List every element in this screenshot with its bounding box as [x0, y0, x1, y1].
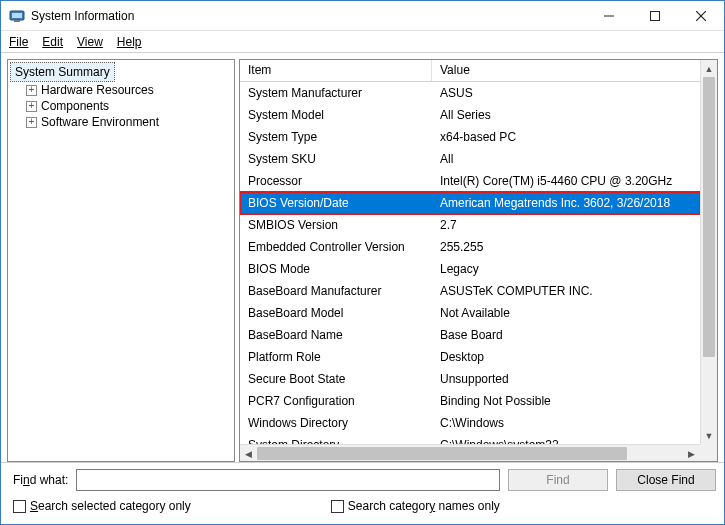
cell-item: System Model [240, 108, 432, 122]
table-row[interactable]: BaseBoard ManufacturerASUSTeK COMPUTER I… [240, 280, 700, 302]
table-row[interactable]: System ModelAll Series [240, 104, 700, 126]
scroll-up-icon[interactable]: ▲ [701, 60, 717, 77]
table-row[interactable]: System SKUAll [240, 148, 700, 170]
expand-icon[interactable]: + [26, 117, 37, 128]
table-row[interactable]: BaseBoard NameBase Board [240, 324, 700, 346]
minimize-button[interactable] [586, 1, 632, 31]
expand-icon[interactable]: + [26, 85, 37, 96]
table-row[interactable]: PCR7 ConfigurationBinding Not Possible [240, 390, 700, 412]
cell-value: Binding Not Possible [432, 394, 700, 408]
checkbox-icon [13, 500, 26, 513]
cell-value: x64-based PC [432, 130, 700, 144]
menu-file[interactable]: File [9, 35, 28, 49]
cell-value: 255.255 [432, 240, 700, 254]
cell-value: All Series [432, 108, 700, 122]
cell-item: System Manufacturer [240, 86, 432, 100]
expand-icon[interactable]: + [26, 101, 37, 112]
horizontal-scrollbar[interactable]: ◀ ▶ [240, 444, 700, 461]
cell-item: PCR7 Configuration [240, 394, 432, 408]
cell-item: BIOS Mode [240, 262, 432, 276]
horizontal-scroll-thumb[interactable] [257, 447, 627, 460]
close-find-button[interactable]: Close Find [616, 469, 716, 491]
table-row[interactable]: System DirectoryC:\Windows\system32 [240, 434, 700, 444]
find-input[interactable] [76, 469, 500, 491]
column-header-value[interactable]: Value [432, 60, 717, 81]
vertical-scrollbar[interactable]: ▲ ▼ [700, 60, 717, 444]
scroll-right-icon[interactable]: ▶ [683, 445, 700, 462]
cell-item: Embedded Controller Version [240, 240, 432, 254]
list-header-row: Item Value [240, 60, 717, 82]
table-row[interactable]: System ManufacturerASUS [240, 82, 700, 104]
close-button[interactable] [678, 1, 724, 31]
cell-item: Processor [240, 174, 432, 188]
table-row[interactable]: Embedded Controller Version255.255 [240, 236, 700, 258]
checkbox-icon [331, 500, 344, 513]
cell-value: Intel(R) Core(TM) i5-4460 CPU @ 3.20GHz [432, 174, 700, 188]
find-label: Find what: [13, 473, 68, 487]
search-selected-category-checkbox[interactable]: Search selected category only [13, 499, 191, 513]
table-row[interactable]: BaseBoard ModelNot Available [240, 302, 700, 324]
svg-rect-4 [651, 11, 660, 20]
details-list: Item Value System ManufacturerASUSSystem… [239, 59, 718, 462]
tree-item[interactable]: +Hardware Resources [8, 82, 234, 98]
title-bar: System Information [1, 1, 724, 31]
cell-value: Unsupported [432, 372, 700, 386]
scrollbar-corner [700, 444, 717, 461]
table-row[interactable]: System Typex64-based PC [240, 126, 700, 148]
svg-rect-2 [14, 20, 20, 22]
tree-item-label: Hardware Resources [41, 83, 154, 97]
tree-root-system-summary[interactable]: System Summary [10, 62, 115, 82]
table-row[interactable]: BIOS Version/DateAmerican Megatrends Inc… [240, 192, 700, 214]
svg-rect-1 [12, 13, 22, 18]
cell-item: System SKU [240, 152, 432, 166]
window-title: System Information [31, 9, 134, 23]
cell-value: ASUS [432, 86, 700, 100]
app-icon [9, 8, 25, 24]
vertical-scroll-thumb[interactable] [703, 77, 715, 357]
menu-view[interactable]: View [77, 35, 103, 49]
scroll-down-icon[interactable]: ▼ [701, 427, 717, 444]
cell-item: Secure Boot State [240, 372, 432, 386]
cell-value: 2.7 [432, 218, 700, 232]
scroll-left-icon[interactable]: ◀ [240, 445, 257, 462]
menu-help[interactable]: Help [117, 35, 142, 49]
cell-item: Platform Role [240, 350, 432, 364]
table-row[interactable]: Windows DirectoryC:\Windows [240, 412, 700, 434]
tree-item[interactable]: +Software Environment [8, 114, 234, 130]
table-row[interactable]: BIOS ModeLegacy [240, 258, 700, 280]
cell-value: Not Available [432, 306, 700, 320]
cell-value: Desktop [432, 350, 700, 364]
cell-value: Legacy [432, 262, 700, 276]
table-row[interactable]: Secure Boot StateUnsupported [240, 368, 700, 390]
cell-value: All [432, 152, 700, 166]
find-panel: Find what: Find Close Find Search select… [1, 462, 724, 524]
cell-item: BaseBoard Manufacturer [240, 284, 432, 298]
cell-item: Windows Directory [240, 416, 432, 430]
cell-item: BaseBoard Model [240, 306, 432, 320]
category-tree[interactable]: System Summary +Hardware Resources+Compo… [7, 59, 235, 462]
column-header-item[interactable]: Item [240, 60, 432, 81]
tree-item-label: Software Environment [41, 115, 159, 129]
find-button[interactable]: Find [508, 469, 608, 491]
cell-item: SMBIOS Version [240, 218, 432, 232]
cell-item: System Type [240, 130, 432, 144]
cell-value: American Megatrends Inc. 3602, 3/26/2018 [432, 196, 700, 210]
maximize-button[interactable] [632, 1, 678, 31]
table-row[interactable]: SMBIOS Version2.7 [240, 214, 700, 236]
cell-item: BIOS Version/Date [240, 196, 432, 210]
cell-value: ASUSTeK COMPUTER INC. [432, 284, 700, 298]
tree-item[interactable]: +Components [8, 98, 234, 114]
cell-value: C:\Windows [432, 416, 700, 430]
cell-item: BaseBoard Name [240, 328, 432, 342]
menu-bar: File Edit View Help [1, 31, 724, 53]
table-row[interactable]: Platform RoleDesktop [240, 346, 700, 368]
cell-value: Base Board [432, 328, 700, 342]
table-row[interactable]: ProcessorIntel(R) Core(TM) i5-4460 CPU @… [240, 170, 700, 192]
search-category-names-checkbox[interactable]: Search category names only [331, 499, 500, 513]
menu-edit[interactable]: Edit [42, 35, 63, 49]
tree-item-label: Components [41, 99, 109, 113]
